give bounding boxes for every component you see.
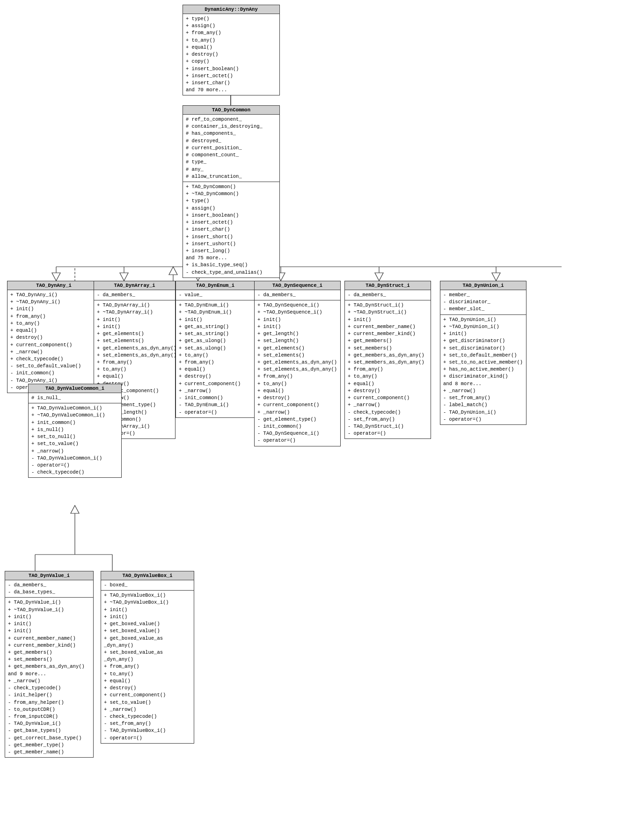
class-title: TAO_DynCommon xyxy=(183,106,279,115)
class-attributes: - member_ - discriminator_ - member_slot… xyxy=(440,290,526,315)
class-attributes: - boxed_ xyxy=(101,580,194,591)
class-title: TAO_DynEnum_i xyxy=(176,281,255,290)
class-title: TAO_DynUnion_i xyxy=(440,281,526,290)
class-title: TAO_DynValueBox_i xyxy=(101,571,194,580)
class-attributes: - da_members_ xyxy=(255,290,340,300)
class-title: TAO_DynArray_i xyxy=(94,281,175,290)
class-methods: + TAO_DynStruct_i() + ~TAO_DynStruct_i()… xyxy=(345,300,431,438)
class-TAO_DynStruct_i: TAO_DynStruct_i - da_members_ + TAO_DynS… xyxy=(344,281,431,439)
class-title: TAO_DynSequence_i xyxy=(255,281,340,290)
svg-marker-17 xyxy=(492,273,500,281)
class-attributes: - da_members_ - da_base_types_ xyxy=(5,580,93,598)
class-TAO_DynEnum_i: TAO_DynEnum_i - value_ + TAO_DynEnum_i()… xyxy=(175,281,255,418)
class-title: TAO_DynStruct_i xyxy=(345,281,431,290)
class-TAO_DynValueCommon_i: TAO_DynValueCommon_i # is_null_ + TAO_Dy… xyxy=(28,384,122,478)
class-methods: + TAO_DynEnum_i() + ~TAO_DynEnum_i() + i… xyxy=(176,300,255,417)
class-DynamicAny-DynAny: DynamicAny::DynAny + type() + assign() +… xyxy=(183,5,280,95)
class-methods: + TAO_DynUnion_i() + ~TAO_DynUnion_i() +… xyxy=(440,315,526,424)
class-methods: + TAO_DynValueBox_i() + ~TAO_DynValueBox… xyxy=(101,591,194,743)
class-methods: + TAO_DynSequence_i() + ~TAO_DynSequence… xyxy=(255,300,340,446)
class-title: TAO_DynValueCommon_i xyxy=(29,384,121,393)
class-attributes: - da_members_ xyxy=(94,290,175,300)
class-methods: + TAO_DynCommon() + ~TAO_DynCommon() + t… xyxy=(183,182,279,278)
class-title: DynamicAny::DynAny xyxy=(183,5,279,14)
class-methods: + type() + assign() + from_any() + to_an… xyxy=(183,14,279,95)
class-TAO_DynUnion_i: TAO_DynUnion_i - member_ - discriminator… xyxy=(440,281,526,425)
class-methods: + TAO_DynAny_i() + ~TAO_DynAny_i() + ini… xyxy=(7,290,100,393)
class-methods: + TAO_DynValueCommon_i() + ~TAO_DynValue… xyxy=(29,403,121,477)
class-title: TAO_DynValue_i xyxy=(5,571,93,580)
svg-marker-15 xyxy=(375,273,383,281)
class-methods: + TAO_DynValue_i() + ~TAO_DynValue_i() +… xyxy=(5,598,93,757)
svg-marker-7 xyxy=(52,273,60,281)
class-TAO_DynValue_i: TAO_DynValue_i - da_members_ - da_base_t… xyxy=(5,571,94,758)
svg-marker-30 xyxy=(169,267,177,275)
class-attributes: # is_null_ xyxy=(29,393,121,403)
class-TAO_DynAny_i: TAO_DynAny_i + TAO_DynAny_i() + ~TAO_Dyn… xyxy=(7,281,101,393)
class-title: TAO_DynAny_i xyxy=(7,281,100,290)
svg-marker-24 xyxy=(71,505,79,513)
class-TAO_DynValueBox_i: TAO_DynValueBox_i - boxed_ + TAO_DynValu… xyxy=(101,571,194,744)
class-TAO_DynCommon: TAO_DynCommon # ref_to_component_ # cont… xyxy=(183,105,280,278)
class-TAO_DynSequence_i: TAO_DynSequence_i - da_members_ + TAO_Dy… xyxy=(254,281,341,446)
class-attributes: - da_members_ xyxy=(345,290,431,300)
svg-marker-9 xyxy=(120,273,128,281)
class-attributes: - value_ xyxy=(176,290,255,300)
class-attributes: # ref_to_component_ # container_is_destr… xyxy=(183,115,279,182)
